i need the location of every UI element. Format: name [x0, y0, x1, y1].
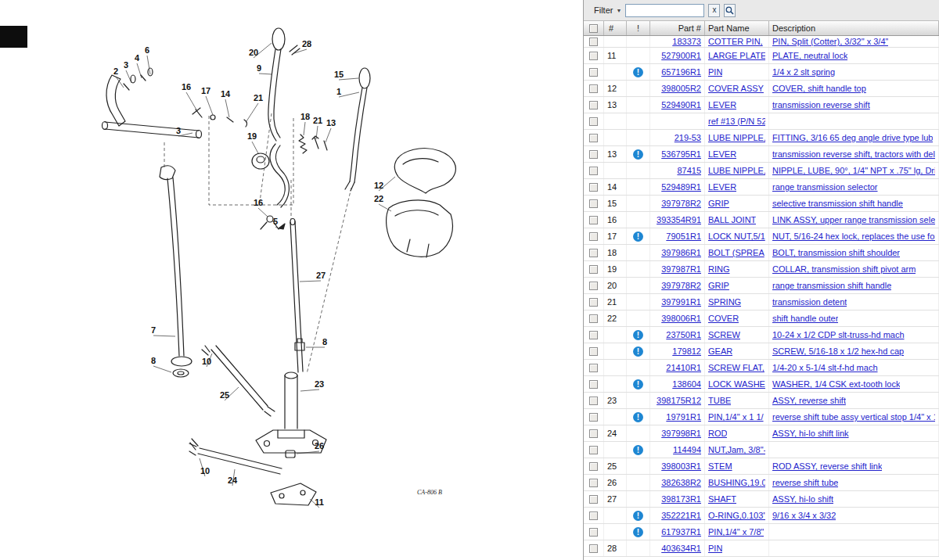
row-checkbox[interactable]: [589, 462, 598, 471]
part-name-link[interactable]: ref #13 (P/N 52: [708, 117, 765, 126]
part-name-link[interactable]: SCREW FLAT,: [708, 363, 765, 372]
part-name-link[interactable]: GRIP: [708, 199, 729, 208]
part-number-link[interactable]: 398003R1: [653, 461, 701, 471]
part-description-link[interactable]: ASSY, reverse shift: [772, 396, 846, 405]
part-description-link[interactable]: PIN, Split (Cotter), 3/32" x 3/4": [772, 37, 888, 46]
part-name-link[interactable]: LEVER: [708, 149, 736, 159]
row-checkbox[interactable]: [589, 528, 598, 537]
part-description-link[interactable]: 1/4-20 x 5-1/4 slt-f-hd mach: [772, 363, 878, 372]
column-header-part-number[interactable]: Part #: [650, 21, 705, 35]
part-name-link[interactable]: GRIP: [708, 281, 729, 290]
part-name-link[interactable]: SHAFT: [708, 494, 736, 504]
part-number-link[interactable]: 398175R12: [653, 396, 701, 405]
part-name-link[interactable]: BOLT (SPREA: [708, 248, 765, 257]
part-number-link[interactable]: 398005R2: [653, 84, 701, 93]
row-checkbox[interactable]: [589, 101, 598, 109]
info-icon[interactable]: !: [633, 232, 643, 242]
info-icon[interactable]: !: [633, 511, 643, 521]
part-description-link[interactable]: WASHER, 1/4 CSK ext-tooth lock: [772, 379, 900, 389]
part-description-link[interactable]: SCREW, 5/16-18 x 1/2 hex-hd cap: [772, 346, 904, 356]
filter-dropdown[interactable]: Filter ▼: [594, 5, 621, 15]
part-name-link[interactable]: BUSHING,19.0: [708, 478, 765, 487]
part-number-link[interactable]: 536795R1: [653, 149, 701, 159]
part-description-link[interactable]: 1/4 x 2 slt spring: [772, 67, 835, 77]
part-description-link[interactable]: FITTING, 3/16 65 deg angle drive type lu…: [772, 133, 933, 142]
row-checkbox[interactable]: [589, 298, 598, 307]
info-icon[interactable]: !: [633, 330, 643, 340]
part-name-link[interactable]: PIN,1/4" x 7/8": [708, 527, 764, 537]
row-checkbox[interactable]: [589, 446, 598, 454]
column-header-part-name[interactable]: Part Name: [705, 21, 769, 35]
part-description-link[interactable]: range transmission selector: [772, 182, 878, 192]
row-checkbox[interactable]: [589, 265, 598, 274]
part-name-link[interactable]: TUBE: [708, 396, 731, 405]
part-number-link[interactable]: 657196R1: [653, 67, 701, 77]
part-description-link[interactable]: BOLT, transmission shift shoulder: [772, 248, 900, 257]
part-number-link[interactable]: 397987R1: [653, 264, 701, 274]
part-name-link[interactable]: LARGE PLATE: [708, 51, 765, 60]
part-number-link[interactable]: 398006R1: [653, 314, 701, 323]
row-checkbox[interactable]: [589, 544, 598, 553]
column-header-number[interactable]: #: [604, 21, 627, 35]
part-name-link[interactable]: PIN: [708, 67, 722, 77]
part-description-link[interactable]: ASSY, hi-lo shift link: [772, 429, 849, 438]
part-name-link[interactable]: ROD: [708, 429, 727, 438]
column-header-info[interactable]: !: [627, 21, 650, 35]
part-description-link[interactable]: PLATE, neutral lock: [772, 51, 847, 60]
part-name-link[interactable]: LUBE NIPPLE,: [708, 166, 765, 175]
row-checkbox[interactable]: [589, 512, 598, 520]
part-number-link[interactable]: 393354R91: [653, 215, 701, 224]
row-checkbox[interactable]: [589, 249, 598, 257]
part-name-link[interactable]: PIN,1/4" x 1 1/: [708, 412, 764, 422]
row-checkbox[interactable]: [589, 380, 598, 389]
part-description-link[interactable]: COVER, shift handle top: [772, 84, 866, 93]
clear-filter-button[interactable]: x: [708, 4, 720, 17]
column-header-description[interactable]: Description: [769, 21, 939, 35]
part-number-link[interactable]: 79051R1: [653, 232, 701, 241]
part-description-link[interactable]: shift handle outer: [772, 314, 838, 323]
part-description-link[interactable]: reverse shift tube assy vertical stop 1/…: [772, 412, 935, 422]
info-icon[interactable]: !: [633, 379, 643, 389]
row-checkbox[interactable]: [589, 364, 598, 372]
row-checkbox[interactable]: [589, 167, 598, 175]
part-number-link[interactable]: 397991R1: [653, 297, 701, 307]
part-name-link[interactable]: LEVER: [708, 100, 736, 109]
filter-input[interactable]: [625, 4, 704, 17]
part-number-link[interactable]: 352221R1: [653, 511, 701, 520]
part-description-link[interactable]: LINK ASSY, upper range transmission sele…: [772, 215, 935, 224]
part-name-link[interactable]: COTTER PIN,: [708, 37, 763, 46]
info-icon[interactable]: !: [633, 149, 643, 160]
row-checkbox[interactable]: [589, 183, 598, 192]
info-icon[interactable]: !: [633, 412, 643, 422]
info-icon[interactable]: !: [633, 346, 643, 357]
part-number-link[interactable]: 529489R1: [653, 182, 701, 192]
part-number-link[interactable]: 179812: [653, 346, 701, 356]
part-description-link[interactable]: COLLAR, transmission shift pivot arm: [772, 264, 916, 274]
row-checkbox[interactable]: [589, 134, 598, 142]
row-checkbox[interactable]: [589, 347, 598, 356]
row-checkbox[interactable]: [589, 117, 598, 126]
part-description-link[interactable]: ROD ASSY, reverse shift link: [772, 461, 882, 471]
part-number-link[interactable]: 23750R1: [653, 330, 701, 339]
part-number-link[interactable]: 219-53: [653, 133, 701, 142]
part-description-link[interactable]: transmission detent: [772, 297, 847, 307]
part-name-link[interactable]: STEM: [708, 461, 732, 471]
row-checkbox[interactable]: [589, 52, 598, 60]
part-number-link[interactable]: 527900R1: [653, 51, 701, 60]
part-name-link[interactable]: LUBE NIPPLE,: [708, 133, 765, 142]
row-checkbox[interactable]: [589, 495, 598, 504]
info-icon[interactable]: !: [633, 527, 643, 537]
row-checkbox[interactable]: [589, 282, 598, 290]
part-description-link[interactable]: reverse shift tube: [772, 478, 838, 487]
part-name-link[interactable]: PIN: [708, 544, 722, 553]
part-name-link[interactable]: LOCK WASHE: [708, 379, 765, 389]
part-number-link[interactable]: 617937R1: [653, 527, 701, 537]
row-checkbox[interactable]: [589, 479, 598, 487]
row-checkbox[interactable]: [589, 38, 598, 46]
part-number-link[interactable]: 114494: [653, 445, 701, 454]
row-checkbox[interactable]: [589, 216, 598, 224]
part-name-link[interactable]: NUT,Jam, 3/8"-: [708, 445, 765, 454]
part-description-link[interactable]: selective transmission shift handle: [772, 199, 903, 208]
row-checkbox[interactable]: [589, 429, 598, 438]
part-description-link[interactable]: range transmission shift handle: [772, 281, 891, 290]
